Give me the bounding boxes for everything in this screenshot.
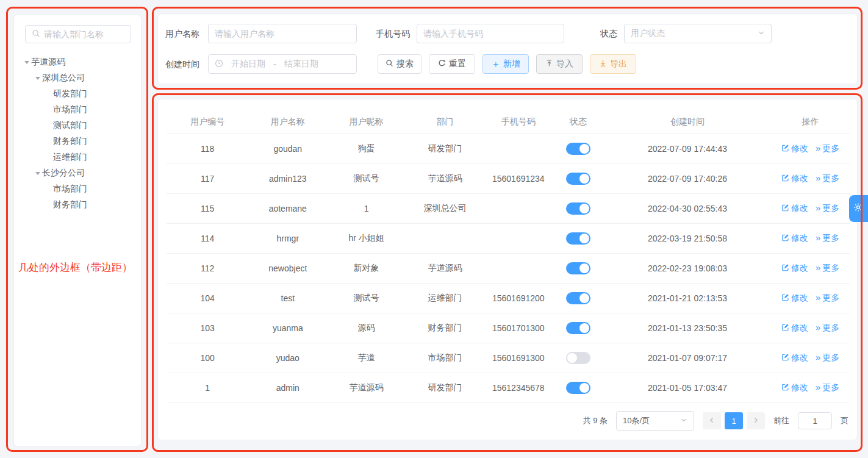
more-button[interactable]: » 更多 (816, 352, 839, 363)
edit-button[interactable]: 修改 (781, 203, 808, 214)
prev-page-button[interactable] (703, 412, 721, 429)
caret-down-icon[interactable] (33, 169, 42, 177)
cell-user-id: 104 (167, 283, 248, 313)
cell-actions: 修改 » 更多 (771, 283, 850, 313)
status-toggle[interactable] (566, 292, 590, 304)
cell-created: 2021-01-21 02:13:53 (604, 283, 771, 313)
more-button[interactable]: » 更多 (816, 173, 839, 184)
tree-node[interactable]: 财务部门 (14, 197, 141, 213)
gear-icon (853, 202, 863, 215)
mobile-field[interactable] (423, 29, 558, 38)
edit-button[interactable]: 修改 (781, 173, 808, 184)
tree-node-label: 财务部门 (53, 199, 87, 210)
caret-down-icon[interactable] (22, 58, 31, 66)
cell-nickname: 狗蛋 (327, 134, 406, 163)
tree-node-label: 深圳总公司 (42, 73, 85, 84)
create-time-label: 创建时间 (165, 54, 199, 74)
upload-icon (545, 59, 553, 69)
status-toggle[interactable] (566, 262, 590, 274)
username-input[interactable] (208, 24, 357, 43)
edit-icon (781, 323, 789, 333)
cell-created: 2021-01-13 23:50:35 (604, 313, 771, 343)
edit-button[interactable]: 修改 (781, 352, 808, 363)
chevron-down-icon (758, 29, 765, 38)
edit-button[interactable]: 修改 (781, 263, 808, 274)
page-size-select[interactable]: 10条/页 (616, 411, 694, 431)
edit-button[interactable]: 修改 (781, 382, 808, 393)
cell-username: admin123 (248, 163, 327, 193)
export-button[interactable]: 导出 (590, 54, 636, 74)
refresh-icon (438, 59, 446, 69)
tree-node[interactable]: 运维部门 (14, 149, 141, 165)
status-toggle[interactable] (566, 352, 590, 364)
page-number-button[interactable]: 1 (725, 412, 743, 429)
caret-down-icon[interactable] (33, 74, 42, 82)
reset-button[interactable]: 重置 (429, 54, 475, 74)
cell-status (553, 193, 604, 223)
cell-nickname: 测试号 (327, 283, 406, 313)
edit-button[interactable]: 修改 (781, 233, 808, 244)
more-icon: » (816, 323, 820, 332)
table-row: 118 goudan 狗蛋 研发部门 2022-07-09 17:44:43 修… (167, 134, 850, 163)
cell-nickname: 源码 (327, 313, 406, 343)
cell-dept: 研发部门 (406, 134, 484, 163)
cell-created: 2022-03-19 21:50:58 (604, 223, 771, 253)
cell-nickname: 新对象 (327, 253, 406, 283)
status-select[interactable]: 用户状态 (624, 24, 772, 43)
import-button[interactable]: 导入 (536, 54, 583, 74)
next-icon (752, 417, 759, 426)
cell-actions: 修改 » 更多 (771, 253, 850, 283)
edit-button[interactable]: 修改 (781, 323, 808, 334)
edit-icon (781, 383, 789, 393)
column-header: 用户昵称 (327, 110, 406, 134)
tree-node[interactable]: 市场部门 (14, 181, 141, 197)
cell-dept: 研发部门 (406, 373, 484, 403)
cell-status (553, 253, 604, 283)
column-header: 操作 (771, 110, 850, 134)
tree-node[interactable]: 市场部门 (14, 102, 141, 118)
status-toggle[interactable] (566, 143, 590, 155)
cell-created: 2021-01-05 17:03:47 (604, 373, 771, 403)
more-icon: » (816, 233, 820, 242)
column-header: 手机号码 (484, 110, 553, 134)
mobile-input[interactable] (417, 24, 564, 43)
status-toggle[interactable] (566, 232, 590, 245)
table-row: 1 admin 芋道源码 研发部门 15612345678 2021-01-05… (167, 373, 850, 403)
status-toggle[interactable] (566, 382, 590, 394)
cell-mobile: 15612345678 (484, 373, 553, 403)
settings-fab-button[interactable] (849, 195, 868, 222)
search-button[interactable]: 搜索 (378, 54, 421, 74)
tree-node[interactable]: 测试部门 (14, 118, 141, 134)
more-button[interactable]: » 更多 (816, 323, 839, 334)
table-row: 103 yuanma 源码 财务部门 15601701300 2021-01-1… (167, 313, 850, 343)
status-toggle[interactable] (566, 173, 590, 185)
pagination: 共 9 条 10条/页 1 前往 页 (583, 411, 848, 431)
cell-username: admin (248, 373, 327, 403)
tree-node[interactable]: 研发部门 (14, 86, 141, 102)
edit-button[interactable]: 修改 (781, 293, 808, 304)
tree-node[interactable]: 财务部门 (14, 134, 141, 149)
more-icon: » (816, 263, 820, 272)
more-button[interactable]: » 更多 (816, 293, 839, 304)
status-toggle[interactable] (566, 322, 590, 334)
search-icon (32, 29, 40, 40)
more-button[interactable]: » 更多 (816, 143, 839, 154)
dept-search-input[interactable] (25, 25, 131, 43)
more-button[interactable]: » 更多 (816, 203, 839, 214)
cell-username: aotemane (248, 193, 327, 223)
next-page-button[interactable] (747, 412, 765, 429)
date-range-input[interactable]: 开始日期 - 结束日期 (208, 54, 357, 74)
cell-user-id: 118 (167, 134, 248, 163)
add-button[interactable]: ＋ 新增 (482, 54, 529, 74)
more-button[interactable]: » 更多 (816, 233, 839, 244)
more-button[interactable]: » 更多 (816, 382, 839, 393)
tree-node[interactable]: 长沙分公司 (14, 165, 141, 181)
username-field[interactable] (215, 29, 350, 38)
goto-page-input[interactable] (798, 412, 832, 429)
more-button[interactable]: » 更多 (816, 263, 839, 274)
status-toggle[interactable] (566, 202, 590, 215)
tree-node[interactable]: 深圳总公司 (14, 70, 141, 86)
tree-node[interactable]: 芋道源码 (14, 54, 141, 70)
edit-button[interactable]: 修改 (781, 143, 808, 154)
dept-search-field[interactable] (44, 29, 124, 39)
